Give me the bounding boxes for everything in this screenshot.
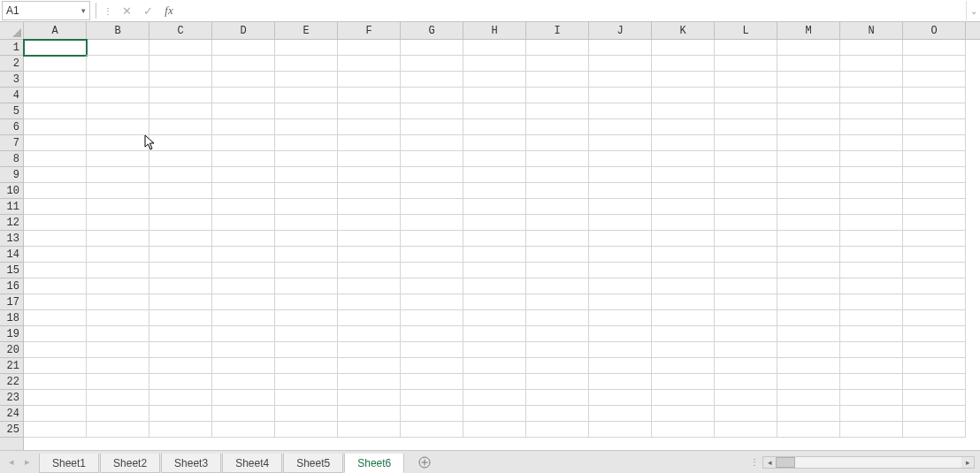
cell[interactable] xyxy=(87,88,149,103)
cell[interactable] xyxy=(715,326,777,342)
cell[interactable] xyxy=(652,215,715,231)
column-header[interactable]: B xyxy=(87,22,149,40)
cell[interactable] xyxy=(212,406,275,422)
cell[interactable] xyxy=(463,151,526,167)
cell[interactable] xyxy=(275,342,338,358)
cell[interactable] xyxy=(24,342,87,358)
cell[interactable] xyxy=(903,88,966,103)
cell[interactable] xyxy=(463,167,526,183)
cell[interactable] xyxy=(212,103,275,119)
cell[interactable] xyxy=(24,390,87,406)
cell[interactable] xyxy=(87,358,149,374)
cell[interactable] xyxy=(463,342,526,358)
cell[interactable] xyxy=(526,263,589,278)
cell[interactable] xyxy=(338,183,401,199)
cell[interactable] xyxy=(401,103,463,119)
cell[interactable] xyxy=(338,247,401,263)
row-header[interactable]: 21 xyxy=(0,358,23,374)
cell[interactable] xyxy=(589,310,652,326)
cell[interactable] xyxy=(526,119,589,135)
cell[interactable] xyxy=(840,422,903,438)
cell[interactable] xyxy=(526,88,589,103)
cell[interactable] xyxy=(840,167,903,183)
cell[interactable] xyxy=(652,390,715,406)
cell[interactable] xyxy=(338,215,401,231)
cell[interactable] xyxy=(401,231,463,247)
cell[interactable] xyxy=(463,263,526,278)
cell[interactable] xyxy=(840,247,903,263)
cell[interactable] xyxy=(652,278,715,294)
cell[interactable] xyxy=(840,135,903,151)
cell[interactable] xyxy=(24,231,87,247)
cell[interactable] xyxy=(903,278,966,294)
cell[interactable] xyxy=(526,406,589,422)
cell[interactable] xyxy=(777,183,840,199)
cell[interactable] xyxy=(275,103,338,119)
cell[interactable] xyxy=(652,326,715,342)
cell[interactable] xyxy=(149,278,212,294)
sheet-nav-next-icon[interactable]: ▸ xyxy=(21,454,34,469)
cell[interactable] xyxy=(526,56,589,72)
cell[interactable] xyxy=(401,56,463,72)
cell[interactable] xyxy=(903,199,966,215)
cell[interactable] xyxy=(24,310,87,326)
cell[interactable] xyxy=(87,374,149,390)
cell[interactable] xyxy=(589,358,652,374)
cell[interactable] xyxy=(338,406,401,422)
cell[interactable] xyxy=(715,263,777,278)
cell[interactable] xyxy=(777,278,840,294)
cell[interactable] xyxy=(903,294,966,310)
cell[interactable] xyxy=(149,310,212,326)
cell[interactable] xyxy=(526,278,589,294)
cell[interactable] xyxy=(338,88,401,103)
cell[interactable] xyxy=(589,88,652,103)
cell[interactable] xyxy=(87,56,149,72)
cell[interactable] xyxy=(24,151,87,167)
cell[interactable] xyxy=(840,56,903,72)
cell[interactable] xyxy=(840,151,903,167)
cell[interactable] xyxy=(840,231,903,247)
cell[interactable] xyxy=(463,103,526,119)
cell[interactable] xyxy=(589,247,652,263)
cell[interactable] xyxy=(589,72,652,88)
cell[interactable] xyxy=(903,326,966,342)
cell[interactable] xyxy=(338,342,401,358)
cell[interactable] xyxy=(652,119,715,135)
cell[interactable] xyxy=(463,390,526,406)
cell[interactable] xyxy=(652,342,715,358)
cell[interactable] xyxy=(24,40,87,56)
cell[interactable] xyxy=(589,119,652,135)
cell[interactable] xyxy=(24,88,87,103)
cell[interactable] xyxy=(652,199,715,215)
cell[interactable] xyxy=(903,40,966,56)
cells-area[interactable] xyxy=(24,40,980,450)
cell[interactable] xyxy=(338,135,401,151)
cell[interactable] xyxy=(903,72,966,88)
cell[interactable] xyxy=(149,247,212,263)
cell[interactable] xyxy=(149,342,212,358)
cell[interactable] xyxy=(87,183,149,199)
row-header[interactable]: 13 xyxy=(0,231,23,247)
cell[interactable] xyxy=(715,40,777,56)
cell[interactable] xyxy=(840,390,903,406)
cell[interactable] xyxy=(401,422,463,438)
cell[interactable] xyxy=(652,247,715,263)
scroll-thumb[interactable] xyxy=(776,457,795,468)
name-box[interactable]: A1 ▾ xyxy=(2,1,90,20)
cell[interactable] xyxy=(903,342,966,358)
cell[interactable] xyxy=(589,167,652,183)
cell[interactable] xyxy=(149,151,212,167)
cell[interactable] xyxy=(589,183,652,199)
cell[interactable] xyxy=(401,326,463,342)
cell[interactable] xyxy=(840,374,903,390)
cell[interactable] xyxy=(463,56,526,72)
cell[interactable] xyxy=(463,215,526,231)
cell[interactable] xyxy=(903,406,966,422)
cell[interactable] xyxy=(24,247,87,263)
column-header[interactable]: J xyxy=(589,22,652,40)
cell[interactable] xyxy=(87,151,149,167)
cell[interactable] xyxy=(212,56,275,72)
cell[interactable] xyxy=(652,40,715,56)
cell[interactable] xyxy=(715,358,777,374)
cell[interactable] xyxy=(401,40,463,56)
